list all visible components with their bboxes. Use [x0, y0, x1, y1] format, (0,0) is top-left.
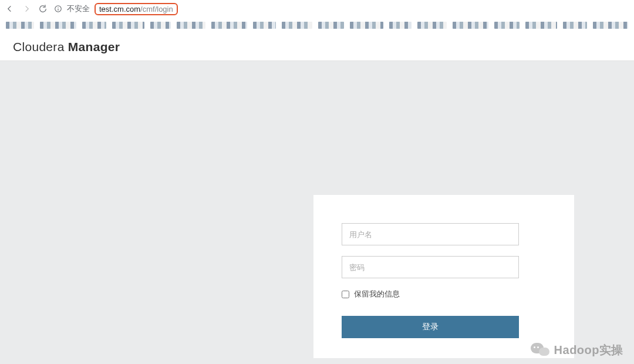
- forward-button[interactable]: [21, 4, 32, 14]
- password-input[interactable]: [342, 256, 519, 278]
- bookmark-item[interactable]: [453, 22, 489, 29]
- browser-toolbar: 不安全 test.cm.com/cmf/login: [0, 0, 634, 18]
- login-button[interactable]: 登录: [342, 316, 519, 338]
- address-bar[interactable]: 不安全 test.cm.com/cmf/login: [54, 3, 629, 15]
- info-icon: [54, 5, 62, 13]
- url-path: /cmf/login: [140, 5, 173, 14]
- insecure-label: 不安全: [67, 4, 90, 14]
- app-header: Cloudera Manager: [0, 33, 634, 61]
- bookmark-item[interactable]: [253, 22, 276, 29]
- bookmark-item[interactable]: [593, 22, 628, 29]
- bookmark-item[interactable]: [318, 22, 345, 29]
- bookmark-item[interactable]: [417, 22, 447, 29]
- bookmark-item[interactable]: [211, 22, 247, 29]
- brand-title: Cloudera Manager: [13, 40, 120, 54]
- brand-prefix: Cloudera: [13, 40, 68, 53]
- bookmark-item[interactable]: [150, 22, 170, 29]
- bookmark-item[interactable]: [112, 22, 144, 29]
- bookmark-item[interactable]: [525, 22, 557, 29]
- bookmark-item[interactable]: [389, 22, 412, 29]
- bookmark-item[interactable]: [282, 22, 312, 29]
- reload-button[interactable]: [38, 4, 48, 14]
- arrow-right-icon: [22, 4, 31, 14]
- username-input[interactable]: [342, 223, 519, 245]
- arrow-left-icon: [5, 4, 15, 14]
- bookmark-item[interactable]: [350, 22, 383, 29]
- watermark: Hadoop实操: [531, 342, 623, 358]
- svg-point-2: [58, 7, 58, 8]
- login-card: 保留我的信息 登录: [313, 195, 574, 358]
- back-button[interactable]: [5, 4, 15, 14]
- brand-strong: Manager: [68, 40, 120, 53]
- wechat-icon: [531, 342, 551, 358]
- remember-row[interactable]: 保留我的信息: [342, 289, 546, 299]
- watermark-text: Hadoop实操: [554, 342, 623, 358]
- bookmark-item[interactable]: [563, 22, 587, 29]
- bookmark-item[interactable]: [82, 22, 106, 29]
- url-host: test.cm.com: [99, 5, 140, 14]
- remember-checkbox[interactable]: [342, 291, 349, 298]
- bookmark-item[interactable]: [40, 22, 76, 29]
- bookmark-item[interactable]: [494, 22, 520, 29]
- bookmark-item[interactable]: [6, 22, 34, 29]
- url-highlight: test.cm.com/cmf/login: [95, 3, 178, 15]
- remember-label: 保留我的信息: [354, 289, 400, 299]
- bookmarks-bar: [0, 18, 634, 33]
- bookmark-item[interactable]: [177, 22, 206, 29]
- page-canvas: 保留我的信息 登录 Hadoop实操: [0, 61, 634, 364]
- reload-icon: [38, 4, 48, 14]
